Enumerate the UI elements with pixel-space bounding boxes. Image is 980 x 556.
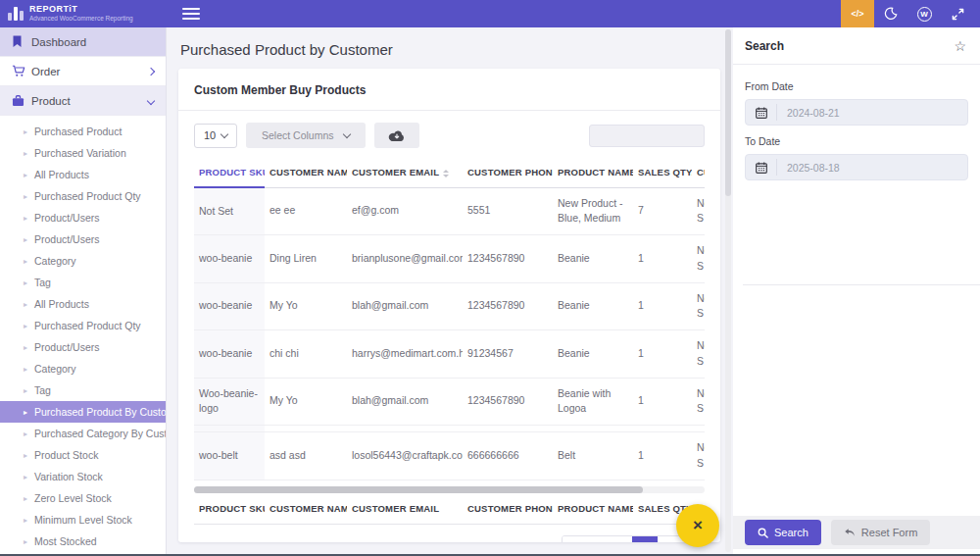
caret-icon: ▸: [24, 537, 27, 546]
column-header[interactable]: PRODUCT NAME: [553, 158, 633, 187]
sidebar-subitem[interactable]: ▸All Products: [0, 164, 166, 185]
search-button[interactable]: Search: [745, 520, 821, 545]
dark-mode-button[interactable]: [874, 0, 907, 27]
sidebar-item-dashboard[interactable]: Dashboard: [0, 27, 166, 57]
table-row[interactable]: woo-beanieMy Yoblah@gmail.com1234567890B…: [194, 282, 705, 330]
menu-toggle-icon[interactable]: [182, 5, 200, 23]
table-cell: 666666666: [463, 432, 553, 480]
column-header: CUSTOMER NAME: [265, 493, 347, 525]
caret-icon: ▸: [24, 257, 27, 266]
moon-icon: [884, 7, 898, 21]
table-cell: harrys@medimart.com.hk: [347, 330, 463, 379]
table-cell: 1234567890: [463, 282, 553, 330]
to-date-input[interactable]: [777, 162, 934, 174]
pagination-previous[interactable]: PREVIOUS: [563, 536, 632, 543]
brand-logo[interactable]: REPORTiT Advanced WooCommerce Reporting: [0, 0, 167, 27]
sidebar-item-order[interactable]: Order: [0, 57, 166, 86]
caret-icon: ▸: [24, 408, 27, 417]
column-header[interactable]: SALES QTY.: [633, 158, 692, 187]
sidebar-subitem[interactable]: ▸Purchased Product Qty: [0, 315, 166, 336]
sidebar-subitem[interactable]: ▸Product/Users: [0, 228, 166, 250]
caret-icon: ▸: [24, 235, 27, 244]
top-bar: REPORTiT Advanced WooCommerce Reporting …: [0, 0, 980, 27]
page-length-select[interactable]: 10: [194, 124, 237, 148]
star-icon[interactable]: ☆: [954, 38, 966, 54]
table-row[interactable]: woo-beanieDing Lirenbrianplusone@gmail.c…: [194, 235, 705, 283]
from-date-field[interactable]: [745, 99, 968, 126]
wordpress-button[interactable]: W: [907, 0, 941, 27]
column-header: CUSTOMER EMAIL: [347, 493, 463, 525]
table-cell: woo-beanie: [194, 282, 265, 330]
fullscreen-button[interactable]: [941, 0, 974, 27]
sidebar-subitem[interactable]: ▸Zero Level Stock: [0, 487, 166, 509]
scrollbar-thumb[interactable]: [194, 486, 643, 493]
from-date-input[interactable]: [777, 107, 934, 119]
column-header[interactable]: CUSTOMER EMAIL: [347, 158, 463, 187]
sidebar-subitem[interactable]: ▸Category: [0, 250, 166, 272]
reset-form-button[interactable]: Reset Form: [831, 520, 930, 545]
sidebar-subitem[interactable]: ▸Category: [0, 358, 166, 379]
column-header[interactable]: CUSTOMER NAME: [265, 158, 347, 187]
sidebar-subitem[interactable]: ▸Variation Stock: [0, 466, 166, 487]
scrollbar-thumb[interactable]: [725, 29, 731, 196]
sidebar-subitem[interactable]: ▸Product Stock: [0, 444, 166, 466]
sidebar-subitem-label: Variation Stock: [34, 471, 103, 482]
reset-button-label: Reset Form: [861, 527, 917, 538]
select-columns-button[interactable]: Select Columns: [246, 123, 366, 148]
vertical-scrollbar[interactable]: [725, 29, 731, 552]
sidebar-subitem[interactable]: ▸Tag: [0, 272, 166, 293]
table-search-input[interactable]: [589, 125, 705, 147]
pagination-page-1[interactable]: 1: [632, 536, 657, 543]
table-cell: [553, 426, 633, 432]
sidebar-subitem[interactable]: ▸Product/Users: [0, 336, 166, 358]
table-row[interactable]: woo-beaniechi chiharrys@medimart.com.hk9…: [194, 330, 705, 379]
caret-icon: ▸: [24, 192, 27, 201]
table-row[interactable]: [194, 426, 705, 432]
table-cell: blah@gmail.com: [347, 378, 463, 426]
sidebar-subitem[interactable]: ▸Purchased Product: [0, 121, 166, 142]
sidebar-subitem[interactable]: ▸Purchased Product Qty: [0, 185, 166, 207]
sidebar-submenu: ▸Purchased Product▸Purchased Variation▸A…: [0, 116, 166, 552]
table-cell: Not S: [692, 378, 705, 426]
panel-footer: Search Reset Form: [733, 516, 980, 549]
caret-icon: ▸: [24, 451, 27, 460]
sidebar-subitem-label: Purchased Product Qty: [34, 190, 141, 202]
table-cell: [347, 426, 463, 432]
panel-divider: [743, 284, 980, 285]
sidebar-item-product[interactable]: Product: [0, 86, 166, 116]
table-cell: [265, 426, 347, 432]
sidebar-subitem[interactable]: ▸Purchased Product By Custom..: [0, 401, 166, 423]
table-cell: Ding Liren: [265, 235, 347, 283]
table-row[interactable]: woo-beltasd asdlosol56443@craftapk.com66…: [194, 432, 705, 480]
column-header-label: PRODUCT NAME: [558, 167, 633, 177]
sidebar-subitem[interactable]: ▸Product/Users: [0, 207, 166, 228]
sidebar-subitem[interactable]: ▸Purchased Variation: [0, 142, 166, 164]
expand-icon: [952, 8, 964, 21]
sidebar-subitem[interactable]: ▸Purchased Category By Custo..: [0, 423, 166, 444]
sidebar-subitem[interactable]: ▸All Products: [0, 293, 166, 315]
table-row[interactable]: Not Setee eeef@g.com5551New Product - Bl…: [194, 187, 705, 235]
table-cell: 1: [633, 432, 692, 480]
column-header[interactable]: CUSTOMER PHONE: [463, 158, 553, 187]
shortcode-button[interactable]: </>: [841, 0, 874, 27]
sidebar-subitem[interactable]: ▸Most Stocked: [0, 531, 166, 552]
sidebar-subitem[interactable]: ▸Minimum Level Stock: [0, 509, 166, 531]
export-button[interactable]: [374, 123, 419, 148]
caret-icon: ▸: [24, 516, 27, 525]
to-date-label: To Date: [745, 135, 968, 147]
table-cell: Not Set: [194, 187, 265, 235]
column-header[interactable]: PRODUCT SKU: [194, 158, 265, 187]
table-cell: Not S: [692, 235, 705, 283]
wordpress-icon: W: [917, 7, 932, 22]
table-row[interactable]: Woo-beanie-logoMy Yoblah@gmail.com123456…: [194, 378, 705, 426]
to-date-field[interactable]: [745, 154, 968, 180]
horizontal-scrollbar[interactable]: [194, 486, 705, 493]
column-header[interactable]: CUR: [692, 158, 705, 187]
select-columns-label: Select Columns: [262, 129, 334, 141]
sidebar-subitem[interactable]: ▸Tag: [0, 379, 166, 401]
close-fab-button[interactable]: ×: [676, 504, 719, 547]
table-cell: brianplusone@gmail.com: [347, 235, 463, 283]
caret-icon: ▸: [24, 473, 27, 481]
table-cell: Not S: [692, 432, 705, 480]
table-body: Not Setee eeef@g.com5551New Product - Bl…: [194, 187, 705, 480]
